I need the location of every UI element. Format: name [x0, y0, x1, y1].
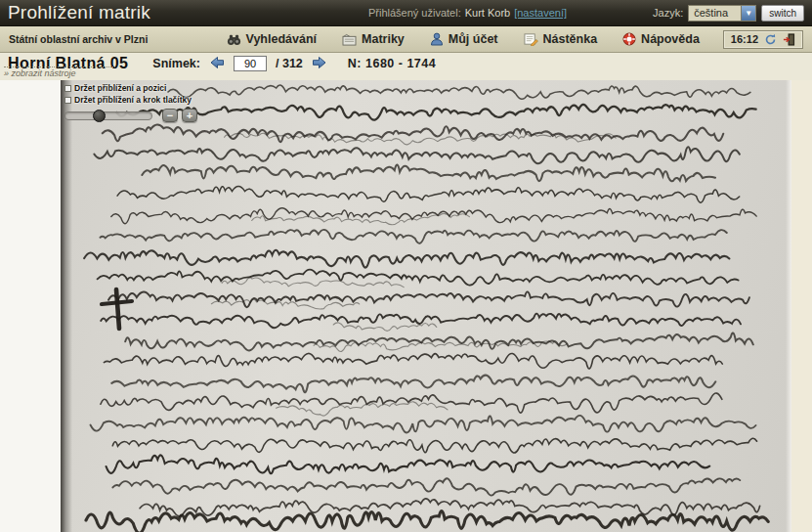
zoom-in-button[interactable]: + [182, 109, 197, 122]
menu-item-label: Matriky [362, 32, 405, 46]
frame-total: / 312 [276, 57, 303, 70]
page-edge [786, 80, 791, 532]
logout-icon[interactable] [783, 33, 795, 46]
menu-item-registers[interactable]: Matriky [342, 32, 405, 46]
menu-item-noticeboard[interactable]: Nástěnka [524, 32, 598, 46]
chevron-down-icon: ▼ [741, 6, 755, 21]
settings-link[interactable]: [nastavení] [514, 7, 567, 19]
logged-in-user: Přihlášený uživatel: Kurt Korb [nastaven… [368, 7, 567, 19]
menu-item-account[interactable]: Můj účet [430, 32, 498, 46]
viewer-left-margin [0, 80, 61, 532]
viewer-area: Držet přiblížení a pozici Držet přiblíže… [0, 80, 812, 532]
menu-item-label: Můj účet [449, 32, 498, 46]
binoculars-icon [227, 33, 241, 46]
user-label: Přihlášený uživatel: [368, 7, 461, 19]
session-box: 16:12 [723, 30, 803, 49]
note-pencil-icon [524, 32, 538, 46]
manuscript-handwriting [61, 80, 791, 532]
app-title: Prohlížení matrik [8, 2, 150, 23]
zoom-buttons: − + [162, 109, 197, 122]
show-tools-link[interactable]: » zobrazit nástroje [4, 66, 115, 78]
menu-item-help[interactable]: Nápověda [622, 32, 700, 46]
zoom-slider-knob[interactable] [93, 110, 106, 122]
language-label: Jazyk: [653, 7, 683, 19]
top-header: Prohlížení matrik Přihlášený uživatel: K… [0, 0, 812, 26]
menu-item-label: Nápověda [641, 32, 700, 46]
language-switcher: Jazyk: čeština ▼ switch [653, 5, 804, 22]
book-binding-edge [61, 80, 72, 532]
keep-step-checkbox[interactable] [64, 97, 71, 104]
menu-item-label: Nástěnka [543, 32, 598, 46]
language-select[interactable]: čeština ▼ [688, 5, 756, 22]
arrow-left-icon [209, 56, 225, 72]
zoom-slider[interactable] [64, 111, 152, 120]
previous-frame-button[interactable] [209, 56, 225, 72]
viewer-tools-overlay: Držet přiblížení a pozici Držet přiblíže… [64, 83, 197, 122]
menu-item-search[interactable]: Vyhledávání [227, 32, 318, 46]
folder-icon [342, 33, 357, 46]
lifebuoy-icon [622, 32, 636, 46]
book-toolbar: Horní Blatná 05 Snímek: / 312 [0, 53, 812, 80]
arrow-right-icon [312, 56, 327, 72]
next-frame-button[interactable] [312, 56, 327, 72]
viewer-right-margin [791, 80, 812, 532]
main-menu: Vyhledávání Matriky Můj účet [227, 32, 700, 46]
zoom-out-button[interactable]: − [162, 109, 178, 122]
frame-label: Snímek: [152, 57, 200, 70]
record-year-range: N: 1680 - 1744 [348, 57, 436, 70]
frame-navigation: Horní Blatná 05 Snímek: / 312 [0, 53, 812, 72]
keep-step-label: Držet přiblížení a krok tlačítky [74, 95, 192, 105]
keep-zoom-option: Držet přiblížení a pozici [64, 83, 197, 93]
zoom-controls: − + [64, 109, 197, 122]
language-selected-value: čeština [689, 7, 741, 19]
keep-zoom-label: Držet přiblížení a pozici [74, 83, 166, 93]
register-scan[interactable]: Držet přiblížení a pozici Držet přiblíže… [61, 80, 791, 532]
refresh-icon[interactable] [764, 33, 777, 46]
keep-step-option: Držet přiblížení a krok tlačítky [64, 95, 197, 105]
user-icon [430, 32, 444, 46]
menu-item-label: Vyhledávání [246, 32, 318, 46]
session-time: 16:12 [731, 33, 758, 45]
keep-zoom-checkbox[interactable] [64, 85, 71, 92]
user-name: Kurt Korb [465, 7, 510, 19]
archive-name: Státní oblastní archiv v Plzni [9, 33, 148, 45]
switch-language-button[interactable]: switch [761, 5, 804, 22]
menu-bar: Státní oblastní archiv v Plzni Vyhledává… [0, 26, 812, 53]
frame-number-input[interactable] [234, 56, 267, 71]
